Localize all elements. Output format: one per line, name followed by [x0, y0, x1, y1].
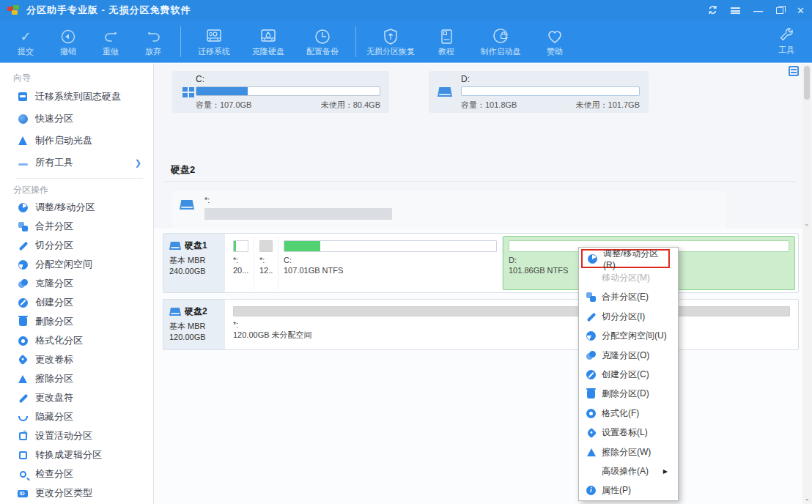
sidebar-item-label: 分配空闲空间 [35, 258, 92, 271]
sidebar-operation-item[interactable]: 创建分区 [13, 293, 143, 312]
volume-card-d[interactable]: D: 容量：101.8GB 未使用：101.7GB [429, 71, 649, 113]
context-menu-item[interactable]: 克隆分区(O) [579, 346, 678, 365]
partition-block-unallocated[interactable]: *: 120.00GB 未分配空间 [228, 303, 795, 346]
scroll-down-icon[interactable]: ⌄ [804, 220, 810, 227]
context-menu-item[interactable]: 合并分区(E) [579, 288, 678, 307]
check-icon: ✓ [20, 28, 31, 45]
context-menu-item[interactable]: 高级操作(A) ▶ [579, 462, 678, 481]
sidebar-item-label: 更改卷标 [35, 353, 73, 366]
create-icon [18, 298, 28, 308]
disk1-info[interactable]: 硬盘1 基本 MBR 240.00GB [163, 234, 225, 292]
menu-item-label: 调整/移动分区(R) [603, 248, 668, 270]
volume-card-c[interactable]: C: 容量：107.0GB 未使用：80.4GB [172, 71, 389, 113]
partition-block[interactable]: *: 12... [254, 237, 278, 289]
titlebar: 分区助手专业版 - 无损分区免费软件 — ✕ [0, 0, 812, 21]
donate-button[interactable]: 赞助 [528, 26, 582, 57]
sidebar-operation-item[interactable]: 调整/移动分区 [13, 198, 143, 217]
usage-bar [196, 86, 380, 96]
discard-button[interactable]: 放弃 [132, 26, 174, 57]
config-backup-button[interactable]: 配置备份 [295, 26, 350, 57]
sidebar-wizard-item[interactable]: 快速分区 [13, 108, 143, 130]
sidebar-wizard-item[interactable]: 所有工具 ❯ [13, 152, 143, 174]
context-menu-item[interactable]: 设置卷标(L) [579, 423, 678, 442]
disk2-section-header: 硬盘2 [171, 163, 195, 177]
pencil-icon [18, 393, 28, 403]
sidebar-item-label: 所有工具 [35, 156, 73, 169]
partition-block-c[interactable]: C: 107.01GB NTFS [278, 237, 503, 289]
sidebar-operation-item[interactable]: 分配空闲空间 [13, 255, 143, 274]
context-menu-item[interactable]: 删除分区(D) [579, 385, 678, 404]
scroll-down-icon[interactable]: ⌄ [805, 495, 810, 502]
disk-icon [169, 308, 181, 316]
sidebar-operation-item[interactable]: 设置活动分区 [13, 426, 143, 445]
disk-type: 基本 MBR [169, 321, 221, 332]
sidebar-item-label: 创建分区 [35, 296, 73, 309]
menu-item-label: 分配空闲空间(U) [602, 330, 667, 342]
sidebar-operation-item[interactable]: 删除分区 [13, 312, 143, 331]
sidebar-operation-item[interactable]: 切分分区 [13, 236, 143, 255]
disk2-overview-card[interactable]: *: [172, 191, 726, 229]
partition-block[interactable]: *: 20... [228, 237, 254, 289]
sidebar-wizard-item[interactable]: 迁移系统到固态硬盘 [13, 86, 143, 108]
redo-button[interactable]: 重做 [89, 26, 132, 57]
context-menu-item[interactable]: 切分分区(I) [579, 307, 678, 326]
layout-toggle-icon[interactable] [789, 66, 799, 76]
context-menu-item[interactable]: 分配空闲空间(U) [579, 327, 678, 346]
partition-recovery-button[interactable]: 无损分区恢复 [362, 26, 419, 57]
free-label: 未使用：80.4GB [321, 100, 380, 111]
pencil-icon [586, 312, 596, 322]
sidebar-wizard-item[interactable]: 制作启动光盘 [13, 130, 143, 152]
minimize-icon[interactable]: — [753, 6, 763, 15]
menu-item-label: 高级操作(A) [602, 465, 649, 478]
context-menu-item[interactable]: 创建分区(C) [579, 365, 678, 384]
context-menu-item[interactable]: 移动分区(M) [579, 268, 678, 287]
restore-icon[interactable] [776, 7, 783, 14]
mag-icon [20, 471, 26, 478]
heart-icon [546, 28, 564, 45]
delete-icon [19, 317, 27, 326]
partition-size: 107.01GB NTFS [284, 265, 497, 275]
close-icon[interactable]: ✕ [797, 6, 805, 15]
partition-size: 120.00GB 未分配空间 [233, 330, 790, 340]
tools-button[interactable]: 工具 [765, 25, 808, 56]
pie-icon [588, 254, 597, 264]
context-menu-item[interactable]: 擦除分区(W) [579, 442, 678, 462]
commit-button[interactable]: ✓ 提交 [4, 26, 47, 57]
disk2-info[interactable]: 硬盘2 基本 MBR 120.00GB [163, 300, 225, 349]
info-icon [586, 486, 596, 495]
overview-scrollbar[interactable]: ⌄ [802, 64, 811, 229]
partition-label: C: [284, 255, 497, 265]
sidebar-operation-item[interactable]: 隐藏分区 [13, 407, 143, 426]
sidebar-operation-item[interactable]: 转换成逻辑分区 [13, 445, 143, 464]
tutorial-button[interactable]: 教程 [419, 26, 473, 57]
sidebar-item-label: 设置活动分区 [35, 429, 92, 442]
undo-button[interactable]: 撤销 [47, 26, 89, 57]
sidebar-operation-item[interactable]: 检查分区 [13, 464, 143, 483]
context-menu-item[interactable]: 调整/移动分区(R) [581, 249, 670, 268]
windows-logo-icon [182, 87, 188, 92]
chevron-right-icon: ❯ [135, 158, 141, 168]
format-icon [18, 336, 28, 346]
boot-disk-button[interactable]: 制作启动盘 [473, 26, 528, 57]
migrate-os-button[interactable]: 迁移系统 [187, 26, 241, 57]
window-title: 分区助手专业版 - 无损分区免费软件 [26, 4, 191, 17]
sidebar-operation-item[interactable]: 克隆分区 [13, 274, 143, 293]
sidebar-item-label: 调整/移动分区 [35, 201, 95, 214]
sidebar-operation-item[interactable]: 更改盘符 [13, 388, 143, 407]
disk-row-2: 硬盘2 基本 MBR 120.00GB *: 120.00GB 未分配空间 [163, 299, 799, 350]
clone-disk-button[interactable]: 克隆硬盘 [241, 26, 295, 57]
disk-name: 硬盘2 [185, 305, 207, 318]
sidebar-operation-item[interactable]: 更改分区类型 [13, 483, 143, 503]
refresh-icon[interactable] [708, 5, 717, 16]
sidebar-operation-item[interactable]: 合并分区 [13, 217, 143, 236]
menu-icon[interactable] [731, 7, 740, 14]
triangle-icon [18, 375, 27, 383]
sidebar-operation-item[interactable]: 更改卷标 [13, 350, 143, 369]
sidebar-operation-item[interactable]: 格式化分区 [13, 331, 143, 350]
sidebar-operation-item[interactable]: 擦除分区 [13, 369, 143, 388]
context-menu-item[interactable]: 格式化(F) [579, 404, 678, 423]
scrollbar-thumb[interactable] [804, 66, 810, 100]
context-menu-item[interactable]: 属性(P) [579, 481, 678, 500]
sidebar-divider [16, 178, 143, 179]
sidebar-item-label: 检查分区 [35, 467, 73, 481]
